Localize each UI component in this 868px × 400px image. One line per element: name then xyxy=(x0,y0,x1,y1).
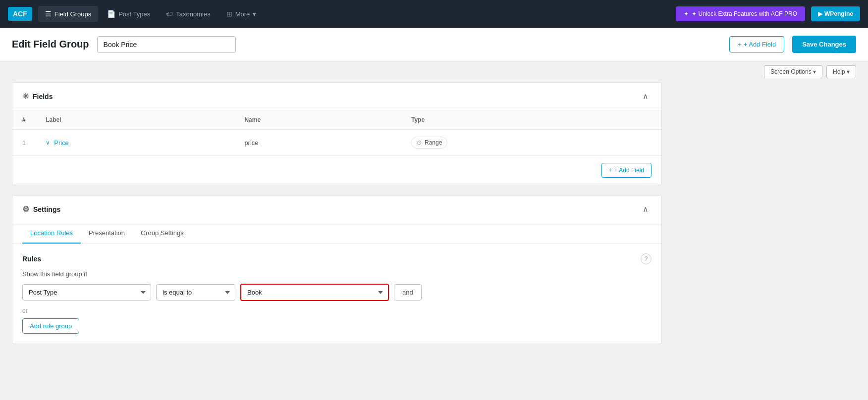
post-types-icon: 📄 xyxy=(107,10,115,18)
wpengine-label: WPengine xyxy=(824,10,853,17)
rules-title: Rules xyxy=(22,255,41,263)
range-icon: ⊙ xyxy=(417,139,422,146)
rules-section: Rules ? Show this field group if Post Ty… xyxy=(12,244,661,344)
nav-item-field-groups[interactable]: ☰ Field Groups xyxy=(38,6,98,22)
plus-icon-secondary: + xyxy=(609,167,612,174)
unlock-pro-button[interactable]: ✦ ✦ Unlock Extra Features with ACF PRO xyxy=(676,6,805,21)
show-if-label: Show this field group if xyxy=(22,270,651,278)
settings-collapse-button[interactable]: ∧ xyxy=(640,203,651,215)
col-number: # xyxy=(12,110,36,130)
main-content: ✳ Fields ∧ # Label Name Type 1 ∨ xyxy=(0,82,674,366)
field-type-cell: ⊙ Range xyxy=(401,130,661,156)
unlock-icon: ✦ xyxy=(684,10,689,17)
add-rule-group-button[interactable]: Add rule group xyxy=(22,318,79,334)
row-chevron-icon[interactable]: ∨ xyxy=(46,139,50,146)
col-label: Label xyxy=(36,110,234,130)
fields-card-header: ✳ Fields ∧ xyxy=(12,83,661,110)
fields-table: # Label Name Type 1 ∨ Price p xyxy=(12,110,661,155)
grid-icon: ⊞ xyxy=(226,10,232,18)
unlock-btn-label: ✦ Unlock Extra Features with ACF PRO xyxy=(692,10,797,17)
add-field-header-button[interactable]: + + Add Field xyxy=(729,36,784,52)
nav-post-types-label: Post Types xyxy=(118,10,150,18)
nav-taxonomies-label: Taxonomies xyxy=(176,10,210,18)
nav-more-label: More xyxy=(235,10,250,18)
tab-location-rules[interactable]: Location Rules xyxy=(22,223,81,244)
settings-card-header: ⚙ Settings ∧ xyxy=(12,196,661,223)
tab-group-settings[interactable]: Group Settings xyxy=(133,223,192,244)
fields-collapse-button[interactable]: ∧ xyxy=(640,91,651,102)
wpengine-button[interactable]: ▶ WPengine xyxy=(811,6,860,21)
rules-header: Rules ? xyxy=(22,253,651,264)
plus-icon: + xyxy=(738,41,742,48)
page-header: Edit Field Group + + Add Field Save Chan… xyxy=(0,28,868,61)
rule-value-select[interactable]: Book xyxy=(240,284,389,301)
rule-row: Post Type is equal to Book and xyxy=(22,284,651,301)
add-field-secondary-label: + Add Field xyxy=(614,167,644,174)
rule-operator-select[interactable]: is equal to xyxy=(156,284,235,300)
settings-card-title: ⚙ Settings xyxy=(22,204,60,214)
table-row: 1 ∨ Price price ⊙ Range xyxy=(12,130,661,156)
field-label-link[interactable]: Price xyxy=(54,139,69,147)
settings-icon: ⚙ xyxy=(22,204,29,214)
field-groups-icon: ☰ xyxy=(45,10,52,18)
field-type-badge: ⊙ Range xyxy=(411,137,447,149)
field-group-title-input[interactable] xyxy=(97,36,236,53)
field-name-cell: price xyxy=(234,130,401,156)
tab-presentation[interactable]: Presentation xyxy=(81,223,133,244)
field-type-label: Range xyxy=(425,139,442,146)
fields-card: ✳ Fields ∧ # Label Name Type 1 ∨ xyxy=(12,82,662,185)
nav-field-groups-label: Field Groups xyxy=(54,10,91,18)
add-field-btn-label: + Add Field xyxy=(744,41,776,48)
or-row: or xyxy=(22,307,651,314)
or-label: or xyxy=(22,307,28,314)
nav-item-taxonomies[interactable]: 🏷 Taxonomies xyxy=(159,6,217,22)
top-nav: ACF ☰ Field Groups 📄 Post Types 🏷 Taxono… xyxy=(0,0,868,28)
fields-title-text: Fields xyxy=(33,93,53,100)
chevron-down-icon: ▾ xyxy=(253,10,256,18)
settings-title-text: Settings xyxy=(33,205,60,213)
col-type: Type xyxy=(401,110,661,130)
fields-card-title: ✳ Fields xyxy=(22,92,53,101)
and-button[interactable]: and xyxy=(394,284,422,300)
screen-options-button[interactable]: Screen Options ▾ xyxy=(764,65,822,78)
nav-item-more[interactable]: ⊞ More ▾ xyxy=(219,6,264,22)
page-title: Edit Field Group xyxy=(12,39,89,50)
fields-table-footer: + + Add Field xyxy=(12,155,661,185)
screen-options-bar: Screen Options ▾ Help ▾ xyxy=(0,61,868,82)
rules-help-icon[interactable]: ? xyxy=(641,253,651,264)
fields-icon: ✳ xyxy=(22,92,29,101)
save-changes-button[interactable]: Save Changes xyxy=(792,36,856,53)
wpengine-icon: ▶ xyxy=(818,10,822,17)
field-name-value: price xyxy=(244,139,258,147)
add-field-secondary-button[interactable]: + + Add Field xyxy=(601,163,651,178)
fields-table-header-row: # Label Name Type xyxy=(12,110,661,130)
rule-condition-select[interactable]: Post Type xyxy=(22,284,151,300)
acf-logo: ACF xyxy=(8,7,32,21)
help-button[interactable]: Help ▾ xyxy=(826,65,856,78)
col-name: Name xyxy=(234,110,401,130)
settings-card: ⚙ Settings ∧ Location Rules Presentation… xyxy=(12,195,662,344)
settings-tabs: Location Rules Presentation Group Settin… xyxy=(12,223,661,244)
nav-item-post-types[interactable]: 📄 Post Types xyxy=(100,6,157,22)
taxonomies-icon: 🏷 xyxy=(166,10,173,18)
field-label-cell: ∨ Price xyxy=(36,130,234,156)
field-number: 1 xyxy=(12,130,36,156)
